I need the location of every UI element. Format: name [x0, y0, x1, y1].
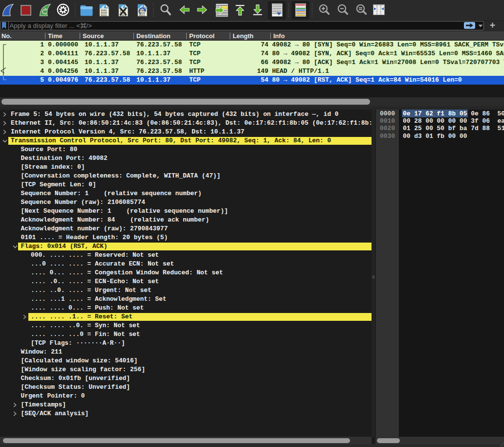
svg-text:0111: 0111	[139, 14, 145, 17]
svg-text:0111: 0111	[101, 14, 107, 17]
